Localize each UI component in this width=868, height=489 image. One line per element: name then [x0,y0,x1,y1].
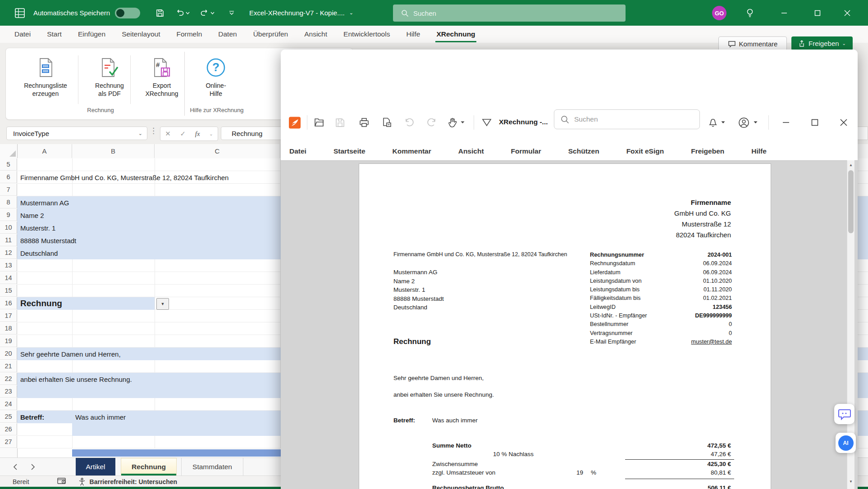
notifications-bell-icon[interactable] [707,117,719,128]
row-header-5[interactable]: 5 [0,158,17,171]
hand-tool-icon[interactable] [447,117,458,128]
hand-tool-dropdown-icon[interactable] [459,117,466,128]
foxit-menu-kommentar[interactable]: Kommentar [393,147,431,155]
redo-dropdown-icon[interactable] [210,7,215,19]
row-header-13[interactable]: 13 [0,259,17,272]
foxit-menu-formular[interactable]: Formular [511,147,541,155]
excel-minimize-button[interactable] [778,7,790,19]
accessibility-status[interactable]: Barrierefreiheit: Untersuchen [78,478,178,486]
nabla-tools-icon[interactable] [481,117,493,128]
sheet-next-icon[interactable] [26,458,40,476]
sheet-tab-rechnung[interactable]: Rechnung [121,458,177,476]
fx-dropdown-icon[interactable]: ⌄ [209,131,213,136]
foxit-minimize-button[interactable] [780,117,792,128]
document-title[interactable]: Excel-XRechnung-V7 - Kopie....⌄ [249,0,353,26]
print-icon[interactable] [358,117,370,128]
sheet-tab-artikel[interactable]: Artikel [76,458,115,476]
ai-assistant-button[interactable]: AI [836,433,856,453]
row-header-25[interactable]: 25 [0,411,17,423]
avatar[interactable]: GO [712,6,726,20]
display-settings-icon[interactable] [57,478,67,485]
export-xrechnung-button[interactable]: # ExportXRechnung [134,54,190,105]
row-header-23[interactable]: 23 [0,385,17,398]
select-all-corner[interactable] [0,144,18,158]
share-button[interactable]: Freigeben⌄ [791,36,853,50]
foxit-menu-datei[interactable]: Datei [289,147,306,155]
row-header-24[interactable]: 24 [0,398,17,410]
foxit-document-tab[interactable]: XRechnung -... [499,118,548,126]
row-header-17[interactable]: 17 [0,310,17,322]
foxit-menu-foxit-esign[interactable]: Foxit eSign [626,147,664,155]
meta-value-email-link[interactable]: muster@test.de [691,338,732,345]
autosave-toggle[interactable] [115,0,140,26]
scroll-up-icon[interactable]: ▲ [847,161,854,169]
excel-maximize-button[interactable] [811,7,824,19]
online-help-button[interactable]: ? Online-Hilfe [188,54,244,105]
ribbon-tab-daten[interactable]: Daten [217,27,238,42]
scroll-down-icon[interactable]: ▼ [847,478,854,485]
row-header-6[interactable]: 6 [0,171,17,183]
save-file-icon[interactable] [334,117,346,128]
ribbon-tab-start[interactable]: Start [46,27,63,42]
ribbon-tab-ansicht[interactable]: Ansicht [303,27,328,42]
account-icon[interactable] [738,117,749,128]
foxit-menu-startseite[interactable]: Startseite [333,147,365,155]
row-header-16[interactable]: 16 [0,297,17,309]
sheet-prev-icon[interactable] [8,458,22,476]
row-header-20[interactable]: 20 [0,348,17,360]
foxit-maximize-button[interactable] [809,117,821,128]
row-header-8[interactable]: 8 [0,196,17,208]
row-header-26[interactable]: 26 [0,423,17,435]
row-header-21[interactable]: 21 [0,360,17,372]
ribbon-tab-xrechnung[interactable]: XRechnung [435,27,476,42]
row-header-7[interactable]: 7 [0,184,17,196]
undo-icon[interactable] [174,7,186,19]
row-header-22[interactable]: 22 [0,373,17,385]
row-header-10[interactable]: 10 [0,222,17,234]
excel-close-button[interactable] [841,7,854,19]
save-icon[interactable] [154,7,166,19]
row-header-9[interactable]: 9 [0,209,17,221]
foxit-search-box[interactable]: Suchen [554,109,700,129]
quick-access-dropdown-icon[interactable] [225,7,238,19]
column-header-c[interactable]: C [155,144,280,158]
foxit-menu-schützen[interactable]: Schützen [568,147,599,155]
row-header-14[interactable]: 14 [0,272,17,284]
row-header-19[interactable]: 19 [0,335,17,347]
foxit-redo-icon[interactable] [426,117,438,128]
foxit-menu-ansicht[interactable]: Ansicht [458,147,484,155]
foxit-undo-icon[interactable] [403,117,415,128]
ribbon-tab-entwicklertools[interactable]: Entwicklertools [343,27,391,42]
page-organize-icon[interactable] [381,117,393,128]
scrollbar-thumb[interactable] [848,170,854,233]
confirm-entry-icon[interactable]: ✓ [180,130,186,138]
foxit-close-button[interactable] [838,117,850,128]
ribbon-tab-hilfe[interactable]: Hilfe [405,27,421,42]
undo-dropdown-icon[interactable] [185,7,190,19]
row-header-12[interactable]: 12 [0,247,17,259]
ribbon-tab-datei[interactable]: Datei [14,27,32,42]
row-header-18[interactable]: 18 [0,322,17,335]
row-header-15[interactable]: 15 [0,285,17,297]
sheet-tab-stammdaten[interactable]: Stammdaten [181,458,243,476]
chat-assistant-button[interactable] [834,404,854,424]
foxit-menu-hilfe[interactable]: Hilfe [751,147,767,155]
lightbulb-icon[interactable] [744,7,756,19]
ribbon-tab-einfügen[interactable]: Einfügen [77,27,106,42]
row-header-11[interactable]: 11 [0,234,17,246]
row-header-27[interactable]: 27 [0,436,17,448]
redo-icon[interactable] [198,7,211,19]
formula-bar-handle[interactable]: ⋮ [150,128,157,133]
ribbon-tab-seitenlayout[interactable]: Seitenlayout [121,27,161,42]
ribbon-tab-überprüfen[interactable]: Überprüfen [252,27,289,42]
data-validation-dropdown[interactable]: ▼ [156,298,169,310]
insert-function-icon[interactable]: fx [195,130,200,138]
open-file-icon[interactable] [313,117,325,128]
name-box[interactable]: InvoiceType⌄ [6,127,147,140]
create-invoice-list-button[interactable]: Rechnungslisteerzeugen [18,54,73,105]
column-header-a[interactable]: A [17,144,72,158]
ribbon-tab-formeln[interactable]: Formeln [175,27,203,42]
foxit-menu-freigeben[interactable]: Freigeben [691,147,724,155]
invoice-as-pdf-button[interactable]: Rechnungals PDF [82,54,137,105]
bell-dropdown-icon[interactable] [720,117,726,128]
